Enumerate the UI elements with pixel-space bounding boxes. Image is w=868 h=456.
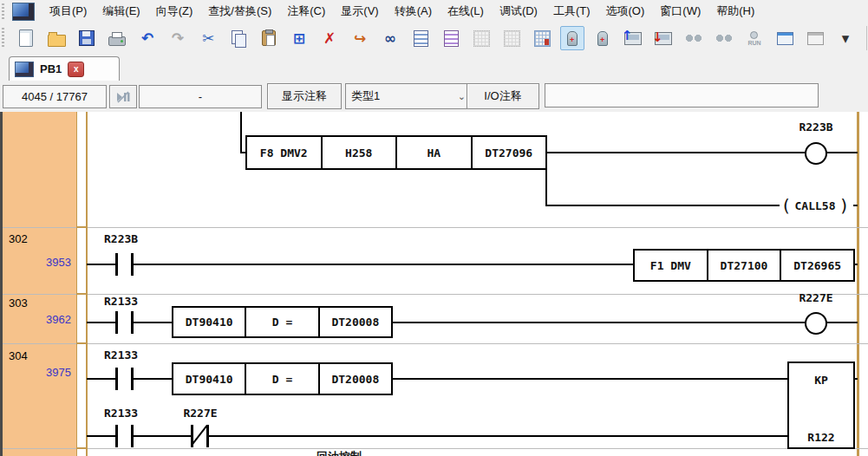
redo-icon[interactable]: ↷ xyxy=(166,26,190,50)
print-icon[interactable] xyxy=(105,26,129,50)
monitor-run-stop-button[interactable] xyxy=(109,85,137,108)
io-comment-input[interactable] xyxy=(545,83,819,107)
menu-item-9[interactable]: 工具(T) xyxy=(545,1,598,22)
toolbar: ↶↷✂⊞✗↪∞RUN▾ xyxy=(0,23,868,55)
output-coil-r223b[interactable] xyxy=(805,142,827,165)
tab-title: PB1 xyxy=(40,62,62,75)
comment-type-select[interactable]: 类型1 ⌄ xyxy=(345,83,472,109)
relay-monitor-icon[interactable] xyxy=(560,26,584,50)
relay-force-icon[interactable] xyxy=(591,26,615,50)
gutter-row-top xyxy=(3,112,76,227)
grid-find-icon[interactable] xyxy=(530,26,554,50)
goto-jump-icon[interactable]: ↪ xyxy=(348,26,372,50)
instruction-block-f1dmv[interactable]: F1 DMV DT27100 DT26965 xyxy=(633,249,855,282)
toolbar-grip-icon[interactable] xyxy=(2,28,4,49)
toolbar-overflow-icon[interactable]: ▾ xyxy=(833,26,858,50)
menu-item-5[interactable]: 显示(V) xyxy=(333,1,386,22)
contact-no-r2133[interactable] xyxy=(115,368,118,390)
right-power-rail xyxy=(857,112,859,456)
copy-icon[interactable] xyxy=(226,26,251,50)
step-position-indicator: 4045 / 17767 xyxy=(3,85,107,108)
wire xyxy=(209,435,789,437)
goto-jump-glyph: ↪ xyxy=(354,31,366,46)
output-coil-r227e[interactable] xyxy=(805,312,827,335)
instruction-block-f8dmv2[interactable]: F8 DMV2 H258 HA DT27096 xyxy=(245,135,547,170)
monitor-glasses-1-icon[interactable] xyxy=(682,26,706,50)
menu-item-2[interactable]: 向导(Z) xyxy=(148,1,201,22)
contact-label: R2133 xyxy=(104,407,138,420)
call-instruction[interactable]: ( CALL58 ) xyxy=(775,195,855,216)
upload-pc-glyph xyxy=(624,32,642,45)
fpwin-plc-editor-window: 项目(P)编辑(E)向导(Z)查找/替换(S)注释(C)显示(V)转换(A)在线… xyxy=(0,0,868,456)
find-icon[interactable]: ∞ xyxy=(378,26,402,50)
row-separator xyxy=(3,448,868,449)
status-window-2-icon[interactable] xyxy=(803,26,827,50)
row-separator xyxy=(3,343,868,344)
monitor-glasses-2-icon[interactable] xyxy=(712,26,736,50)
contact-no-r2133[interactable] xyxy=(115,311,118,334)
contact-no-r2133[interactable] xyxy=(115,425,118,447)
menu-item-4[interactable]: 注释(C) xyxy=(279,1,333,22)
find-glyph: ∞ xyxy=(384,31,396,46)
menu-item-8[interactable]: 调试(D) xyxy=(492,1,545,22)
cut-icon[interactable]: ✂ xyxy=(196,26,220,50)
block-cell: DT90410 xyxy=(173,308,245,336)
wire xyxy=(545,205,780,206)
insert-row-icon[interactable]: ⊞ xyxy=(287,26,311,50)
undo-icon[interactable]: ↶ xyxy=(135,26,160,50)
status-window-icon[interactable] xyxy=(773,26,797,50)
menu-item-1[interactable]: 编辑(E) xyxy=(95,1,147,22)
tab-close-icon[interactable]: x xyxy=(68,62,84,77)
rung-step-number: 3975 xyxy=(5,366,71,379)
show-comment-button[interactable]: 显示注释 xyxy=(267,83,342,109)
relay-force-glyph xyxy=(597,31,608,46)
open-file-icon[interactable] xyxy=(44,26,69,50)
wire xyxy=(87,378,116,380)
grid-monitor-2-glyph xyxy=(504,30,520,47)
block-cell: DT26965 xyxy=(780,251,853,280)
convert-doc-icon[interactable] xyxy=(408,26,433,50)
menu-item-6[interactable]: 转换(A) xyxy=(387,1,440,22)
upload-pc-icon[interactable] xyxy=(621,26,645,50)
rail-tick xyxy=(76,342,88,344)
chevron-down-icon: ⌄ xyxy=(458,91,466,102)
rung-number: 302 xyxy=(9,232,28,245)
monitor-glasses-1-glyph xyxy=(685,34,702,42)
grid-monitor-1-icon[interactable] xyxy=(469,26,493,50)
wire xyxy=(854,264,858,265)
menu-item-12[interactable]: 帮助(H) xyxy=(708,1,762,22)
paste-icon[interactable] xyxy=(257,26,281,50)
wire xyxy=(87,435,116,437)
tab-pb1[interactable]: PB1 x xyxy=(9,56,120,81)
ladder-diagram-area[interactable]: F8 DMV2 H258 HA DT27096 R223B ( CALL58 )… xyxy=(0,112,868,456)
toolbar-grip-icon[interactable] xyxy=(2,3,4,19)
register-value-box: - xyxy=(139,85,262,108)
wire xyxy=(87,264,116,265)
grid-monitor-2-icon[interactable] xyxy=(499,26,524,50)
menu-item-0[interactable]: 项目(P) xyxy=(42,1,95,22)
keep-relay-block[interactable]: KP R122 xyxy=(787,362,855,449)
delete-row-icon[interactable]: ✗ xyxy=(317,26,342,50)
grid-monitor-1-glyph xyxy=(473,30,490,47)
compare-block[interactable]: DT90410 D = DT20008 xyxy=(172,362,393,395)
menu-item-3[interactable]: 查找/替换(S) xyxy=(200,1,279,22)
contact-label: R227E xyxy=(171,407,230,420)
compare-block[interactable]: DT90410 D = DT20008 xyxy=(172,306,393,338)
ladder-option-band: 4045 / 17767 - 显示注释 类型1 ⌄ I/O注释 xyxy=(0,81,868,114)
new-file-icon[interactable] xyxy=(14,26,38,50)
io-comment-button[interactable]: I/O注释 xyxy=(467,83,539,109)
contact-no-r223b[interactable] xyxy=(115,253,118,276)
document-tab-bar: PB1 x xyxy=(0,54,868,81)
download-plc-glyph xyxy=(655,32,672,45)
save-icon[interactable] xyxy=(75,26,99,50)
monitor-glasses-2-glyph xyxy=(715,34,733,42)
block-cell: DT27100 xyxy=(707,251,780,280)
play-pause-icon xyxy=(116,91,130,103)
run-mode-icon[interactable]: RUN xyxy=(742,26,767,50)
menu-item-10[interactable]: 选项(O) xyxy=(598,1,653,22)
download-plc-icon[interactable] xyxy=(651,26,675,50)
comment-type-value: 类型1 xyxy=(351,88,380,104)
comment-list-icon[interactable] xyxy=(439,26,463,50)
menu-item-11[interactable]: 窗口(W) xyxy=(652,1,708,22)
menu-item-7[interactable]: 在线(L) xyxy=(440,1,492,22)
